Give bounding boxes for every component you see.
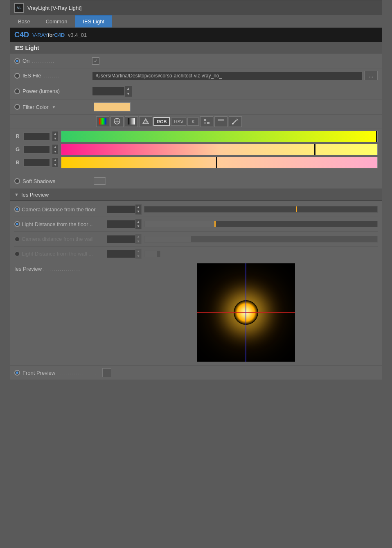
camera-distance-floor-radio[interactable] bbox=[14, 206, 20, 212]
soft-shadows-label: Soft Shadows bbox=[23, 178, 55, 184]
ies-vertical-line bbox=[246, 263, 246, 362]
light-distance-floor-dec[interactable]: ▼ bbox=[135, 224, 141, 229]
power-input[interactable]: 6500 bbox=[92, 87, 125, 96]
color-tool-gray[interactable] bbox=[125, 116, 138, 127]
camera-distance-floor-dec[interactable]: ▼ bbox=[135, 209, 141, 214]
light-distance-floor-input[interactable]: 200 cm bbox=[107, 220, 135, 228]
r-decrement[interactable]: ▼ bbox=[52, 136, 58, 141]
front-preview-checkbox[interactable] bbox=[102, 368, 111, 377]
brand-vray-text: V-RAY bbox=[32, 32, 48, 38]
checkmark-icon: ✓ bbox=[94, 58, 98, 64]
light-distance-wall-label-group: Light Distance from the wall ... bbox=[14, 251, 104, 257]
power-spinner: 6500 ▲ ▼ bbox=[92, 86, 132, 97]
on-label-group: On ........... bbox=[14, 58, 92, 64]
brand-c4d-text: C4D bbox=[54, 32, 65, 38]
r-increment[interactable]: ▲ bbox=[52, 131, 58, 136]
color-tool-spectrum[interactable] bbox=[96, 116, 109, 127]
soft-shadows-toggle[interactable] bbox=[94, 177, 106, 185]
g-increment[interactable]: ▲ bbox=[52, 145, 58, 149]
on-radio[interactable] bbox=[14, 58, 20, 64]
filter-color-radio[interactable] bbox=[14, 104, 20, 110]
light-distance-wall-dec: ▼ bbox=[135, 254, 141, 259]
g-gradient-bar[interactable] bbox=[61, 144, 378, 155]
camera-distance-wall-input: 0 cm bbox=[107, 235, 135, 243]
light-distance-floor-label: Light Distance from the floor .. bbox=[22, 221, 92, 227]
light-distance-floor-marker bbox=[214, 221, 216, 227]
rgb-sliders-section: R 255 ▲ ▼ G 205 ▲ ▼ bbox=[10, 129, 382, 172]
filter-color-label: Filter Color bbox=[23, 104, 49, 110]
ies-file-radio[interactable] bbox=[14, 73, 20, 79]
camera-distance-wall-arrows: ▲ ▼ bbox=[135, 234, 142, 244]
tab-ies-light[interactable]: IES Light bbox=[75, 15, 112, 27]
front-preview-radio[interactable] bbox=[14, 370, 20, 376]
ies-preview-field-label: Ies Preview bbox=[14, 266, 42, 272]
color-tool-wheel[interactable] bbox=[110, 116, 124, 127]
ies-file-path[interactable]: /Users/Martina/Desktop/corsi/corso-archi… bbox=[92, 71, 363, 80]
row-filter-color: Filter Color ▼ bbox=[10, 100, 382, 115]
ies-file-browse-button[interactable]: ... bbox=[364, 71, 378, 80]
power-label-group: Power (lumens) bbox=[14, 88, 92, 94]
camera-distance-wall-radio[interactable] bbox=[14, 236, 20, 242]
row-ies-file: IES File ........ /Users/Martina/Desktop… bbox=[10, 68, 382, 83]
color-tool-eyedrop[interactable] bbox=[229, 116, 242, 127]
window-title: VrayLight [V-Ray Light] bbox=[27, 5, 81, 11]
svg-rect-7 bbox=[204, 119, 206, 121]
camera-distance-wall-label-group: Camera distance from the wall bbox=[14, 236, 104, 242]
collapse-arrow-icon: ▼ bbox=[14, 192, 19, 197]
color-tool-k[interactable]: K bbox=[187, 118, 199, 126]
camera-distance-floor-spinner: 0 cm ▲ ▼ bbox=[107, 204, 142, 215]
b-slider-handle[interactable] bbox=[216, 157, 217, 168]
svg-rect-0 bbox=[99, 118, 106, 125]
camera-distance-floor-input[interactable]: 0 cm bbox=[107, 205, 135, 213]
color-tool-hsv[interactable]: HSV bbox=[171, 118, 186, 126]
r-slider-handle[interactable] bbox=[376, 131, 377, 142]
power-radio[interactable] bbox=[14, 88, 20, 94]
b-increment[interactable]: ▲ bbox=[52, 158, 58, 163]
soft-shadows-radio[interactable] bbox=[14, 178, 20, 184]
on-checkbox[interactable]: ✓ bbox=[92, 57, 99, 65]
on-dots: ........... bbox=[32, 59, 55, 63]
color-tool-mountain[interactable] bbox=[139, 116, 152, 127]
ies-preview-section-label: Ies Preview bbox=[21, 192, 49, 198]
filter-color-dropdown-arrow[interactable]: ▼ bbox=[52, 105, 56, 109]
color-tool-rgb[interactable]: RGB bbox=[153, 117, 170, 126]
color-tool-grid2[interactable] bbox=[214, 116, 228, 127]
light-distance-wall-label: Light Distance from the wall ... bbox=[22, 251, 93, 257]
b-input[interactable]: 126 bbox=[23, 159, 50, 167]
b-decrement[interactable]: ▼ bbox=[52, 163, 58, 168]
camera-distance-floor-marker bbox=[296, 206, 297, 212]
camera-distance-floor-track[interactable] bbox=[144, 206, 378, 213]
ies-preview-field-dots: .................. bbox=[43, 267, 81, 272]
ies-file-label: IES File bbox=[23, 72, 41, 79]
light-distance-floor-radio[interactable] bbox=[14, 221, 20, 227]
rgb-g-row: G 205 ▲ ▼ bbox=[14, 144, 378, 155]
title-bar: VL VrayLight [V-Ray Light] bbox=[10, 0, 382, 15]
power-decrement[interactable]: ▼ bbox=[125, 91, 132, 97]
rgb-r-row: R 255 ▲ ▼ bbox=[14, 131, 378, 142]
light-distance-floor-row: Light Distance from the floor .. 200 cm … bbox=[14, 217, 378, 232]
camera-distance-wall-row: Camera distance from the wall 0 cm ▲ ▼ bbox=[14, 232, 378, 247]
ies-preview-section-header[interactable]: ▼ Ies Preview bbox=[10, 189, 382, 201]
light-distance-wall-radio[interactable] bbox=[14, 251, 20, 257]
light-distance-floor-track[interactable] bbox=[144, 221, 378, 227]
camera-distance-floor-inc[interactable]: ▲ bbox=[135, 205, 141, 210]
brand-version-text: v3.4_01 bbox=[68, 32, 87, 38]
light-distance-wall-input: 30 cm bbox=[107, 250, 135, 258]
g-input[interactable]: 205 bbox=[23, 145, 50, 154]
brand-name: V-RAYforC4D v3.4_01 bbox=[32, 32, 87, 38]
svg-point-15 bbox=[232, 123, 234, 125]
g-slider-handle[interactable] bbox=[314, 144, 315, 155]
b-gradient-bar[interactable] bbox=[61, 157, 378, 168]
tab-common[interactable]: Common bbox=[38, 15, 75, 27]
power-increment[interactable]: ▲ bbox=[125, 86, 132, 91]
light-distance-floor-inc[interactable]: ▲ bbox=[135, 220, 141, 224]
color-tool-grid1[interactable] bbox=[200, 116, 213, 127]
camera-distance-wall-dec: ▼ bbox=[135, 239, 141, 244]
tab-base[interactable]: Base bbox=[10, 15, 38, 27]
filter-color-swatch[interactable] bbox=[94, 102, 131, 111]
r-gradient-bar[interactable] bbox=[61, 131, 378, 142]
ies-file-dots: ........ bbox=[44, 73, 60, 78]
svg-rect-10 bbox=[207, 122, 210, 124]
r-input[interactable]: 255 bbox=[23, 132, 50, 140]
g-decrement[interactable]: ▼ bbox=[52, 149, 58, 154]
